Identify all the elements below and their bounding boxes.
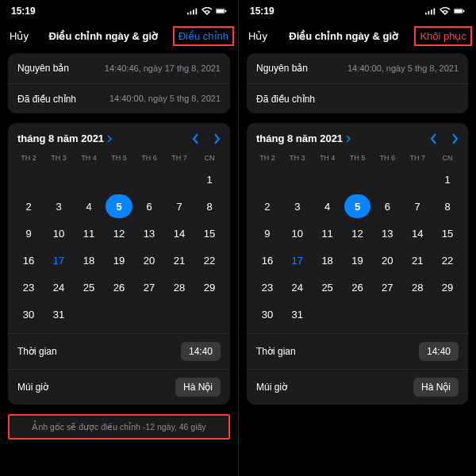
time-label: Thời gian (17, 346, 57, 357)
original-label: Nguyên bản (256, 63, 308, 74)
calendar-day[interactable]: 12 (344, 221, 371, 245)
calendar-day[interactable]: 29 (196, 275, 223, 299)
next-month-button[interactable] (451, 133, 459, 144)
calendar-day[interactable]: 19 (344, 248, 371, 272)
month-label: tháng 8 năm 2021 (17, 132, 104, 144)
calendar-day[interactable]: 17 (45, 248, 72, 272)
calendar-day[interactable]: 19 (106, 248, 132, 272)
weekday-header: TH 7 (403, 151, 432, 165)
weekday-header: TH 2 (253, 151, 282, 165)
calendar-day[interactable]: 17 (284, 248, 311, 272)
calendar-day[interactable]: 30 (15, 302, 42, 326)
calendar-day[interactable]: 22 (196, 248, 223, 272)
calendar-day[interactable]: 24 (45, 275, 72, 299)
svg-rect-2 (193, 10, 194, 14)
date-info-card: Nguyên bản 14:40:46, ngày 17 thg 8, 2021… (8, 53, 230, 113)
battery-icon (216, 7, 227, 15)
calendar-day[interactable]: 3 (284, 194, 311, 218)
calendar-day[interactable]: 5 (106, 194, 132, 218)
month-label: tháng 8 năm 2021 (256, 132, 343, 144)
calendar-day[interactable]: 22 (434, 248, 461, 272)
cancel-button[interactable]: Hủy (10, 30, 29, 42)
weekday-header: TH 3 (283, 151, 312, 165)
calendar-day[interactable]: 8 (434, 194, 461, 218)
calendar-day[interactable]: 25 (75, 275, 102, 299)
calendar-day[interactable]: 28 (404, 275, 431, 299)
calendar-day[interactable]: 16 (254, 248, 281, 272)
calendar-day[interactable]: 26 (106, 275, 132, 299)
time-row: Thời gian 14:40 (247, 333, 468, 369)
calendar-day[interactable]: 4 (314, 194, 341, 218)
calendar-day[interactable]: 8 (196, 194, 223, 218)
calendar-day[interactable]: 14 (404, 221, 431, 245)
calendar-day[interactable]: 14 (166, 221, 193, 245)
calendar-day[interactable]: 10 (45, 221, 72, 245)
calendar-day[interactable]: 15 (196, 221, 223, 245)
weekday-header: TH 2 (14, 151, 43, 165)
calendar-day[interactable]: 25 (314, 275, 341, 299)
calendar-day[interactable]: 13 (374, 221, 401, 245)
restore-button[interactable]: Khôi phục (414, 26, 472, 46)
date-info-card: Nguyên bản 14:40:00, ngày 5 thg 8, 2021 … (247, 53, 468, 113)
calendar-day[interactable]: 29 (434, 275, 461, 299)
month-picker[interactable]: tháng 8 năm 2021 (17, 132, 113, 144)
calendar-day[interactable]: 31 (45, 302, 72, 326)
calendar-day[interactable]: 11 (75, 221, 102, 245)
calendar-day[interactable]: 23 (15, 275, 42, 299)
adjust-button[interactable]: Điều chỉnh (173, 26, 234, 46)
calendar-day[interactable]: 2 (254, 194, 281, 218)
calendar-day[interactable]: 3 (45, 194, 72, 218)
calendar-day[interactable]: 6 (136, 194, 163, 218)
time-picker[interactable]: 14:40 (419, 342, 459, 361)
calendar-day[interactable]: 13 (136, 221, 163, 245)
calendar-day[interactable]: 21 (404, 248, 431, 272)
calendar-day[interactable]: 6 (374, 194, 401, 218)
calendar-day[interactable]: 15 (434, 221, 461, 245)
calendar-day[interactable]: 1 (196, 167, 223, 191)
timezone-picker[interactable]: Hà Nội (175, 378, 221, 397)
calendar-day[interactable]: 27 (136, 275, 163, 299)
calendar-day[interactable]: 21 (166, 248, 193, 272)
calendar-day[interactable]: 7 (404, 194, 431, 218)
calendar-day[interactable]: 7 (166, 194, 193, 218)
calendar-day[interactable]: 30 (254, 302, 281, 326)
next-month-button[interactable] (213, 133, 221, 144)
calendar-day[interactable]: 20 (136, 248, 163, 272)
calendar-day[interactable]: 31 (284, 302, 311, 326)
calendar-day[interactable]: 11 (314, 221, 341, 245)
time-picker[interactable]: 14:40 (181, 342, 221, 361)
calendar-day[interactable]: 24 (284, 275, 311, 299)
topbar: Hủy Điều chỉnh ngày & giờ Khôi phục (239, 22, 476, 53)
calendar-day[interactable]: 2 (15, 194, 42, 218)
calendar-day[interactable]: 26 (344, 275, 371, 299)
calendar-day[interactable]: 5 (344, 194, 371, 218)
svg-rect-10 (434, 9, 436, 15)
calendar-day[interactable]: 18 (314, 248, 341, 272)
cancel-button[interactable]: Hủy (248, 30, 267, 42)
calendar-day[interactable]: 1 (434, 167, 461, 191)
prev-month-button[interactable] (192, 133, 199, 144)
timezone-picker[interactable]: Hà Nội (413, 378, 459, 397)
calendar-day[interactable]: 23 (254, 275, 281, 299)
weekday-header: TH 5 (105, 151, 133, 165)
calendar-day[interactable]: 12 (106, 221, 132, 245)
calendar-day[interactable]: 9 (254, 221, 281, 245)
calendar-grid: TH 2TH 3TH 4TH 5TH 6TH 7CN12345678910111… (247, 151, 468, 333)
calendar-day[interactable]: 18 (75, 248, 102, 272)
calendar-day[interactable]: 16 (15, 248, 42, 272)
month-picker[interactable]: tháng 8 năm 2021 (256, 132, 351, 144)
content: Nguyên bản 14:40:00, ngày 5 thg 8, 2021 … (239, 53, 476, 405)
prev-month-button[interactable] (430, 133, 437, 144)
content: Nguyên bản 14:40:46, ngày 17 thg 8, 2021… (0, 53, 238, 405)
calendar-day[interactable]: 4 (75, 194, 102, 218)
original-value: 14:40:00, ngày 5 thg 8, 2021 (347, 63, 459, 74)
calendar-day[interactable]: 9 (15, 221, 42, 245)
calendar-day[interactable]: 20 (374, 248, 401, 272)
month-nav (430, 133, 459, 144)
calendar-day[interactable]: 10 (284, 221, 311, 245)
calendar-day[interactable]: 28 (166, 275, 193, 299)
original-row: Nguyên bản 14:40:00, ngày 5 thg 8, 2021 (247, 53, 468, 83)
calendar-day[interactable]: 27 (374, 275, 401, 299)
adjusted-value: 14:40:00, ngày 5 thg 8, 2021 (109, 93, 221, 104)
weekday-header: TH 6 (373, 151, 401, 165)
